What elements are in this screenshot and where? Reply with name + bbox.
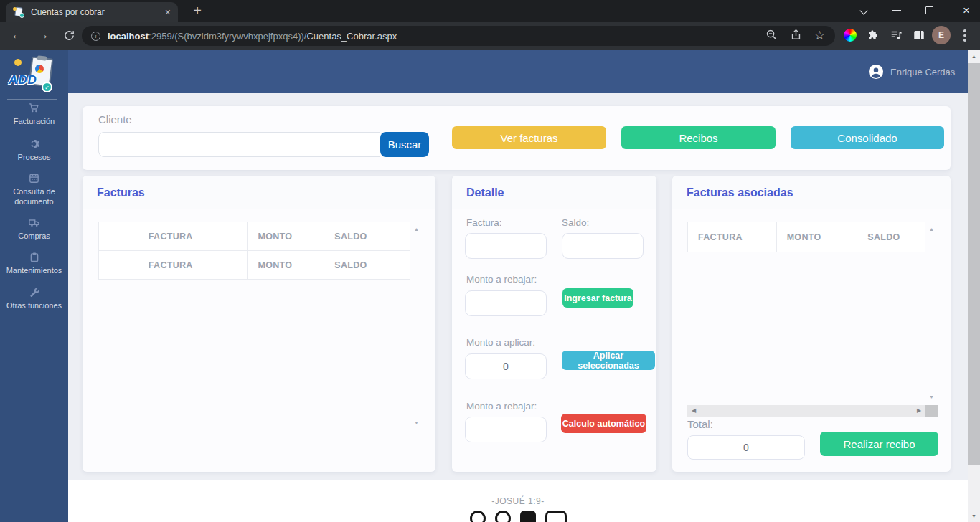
- scroll-up-icon[interactable]: ▲: [925, 224, 938, 234]
- playlist-icon[interactable]: [890, 29, 903, 44]
- social-square-icon[interactable]: [520, 511, 536, 522]
- facturas-panel: Facturas FACTURA MONTO SALDO FACTURA MON…: [83, 176, 435, 472]
- browser-tabstrip: Cuentas por cobrar × + ×: [0, 0, 980, 22]
- scroll-right-icon[interactable]: ▶: [914, 405, 924, 417]
- monto-rebajar-label: Monto a rebajar:: [466, 274, 537, 285]
- aplicar-seleccionadas-button[interactable]: Aplicar seleccionadas: [562, 351, 655, 370]
- saldo-input[interactable]: [562, 233, 644, 259]
- table-row[interactable]: FACTURA MONTO SALDO: [99, 222, 410, 251]
- clipboard-icon: [29, 251, 40, 263]
- window-maximize-button[interactable]: [925, 6, 933, 14]
- facturas-asociadas-title: Facturas asociadas: [672, 186, 793, 199]
- asociadas-vertical-scrollbar[interactable]: ▲ ▼: [925, 222, 938, 405]
- user-menu[interactable]: Enrique Cerdas: [868, 64, 955, 80]
- facturas-asociadas-panel: Facturas asociadas FACTURA MONTO SALDO ▲…: [672, 176, 951, 472]
- facturas-vertical-scrollbar[interactable]: ▲ ▼: [410, 222, 423, 431]
- ver-facturas-button[interactable]: Ver facturas: [452, 126, 606, 149]
- asociadas-horizontal-scrollbar[interactable]: ◀ ▶: [687, 405, 925, 417]
- sidebar-item-otras-funciones[interactable]: Otras funciones: [0, 287, 68, 310]
- bookmark-star-icon[interactable]: ☆: [814, 30, 825, 42]
- facturas-title: Facturas: [83, 186, 145, 199]
- asociadas-table: FACTURA MONTO SALDO: [687, 222, 925, 252]
- calculo-automatico-button[interactable]: Calculo automático: [561, 414, 646, 433]
- monto-rebajar-input[interactable]: [465, 290, 547, 316]
- sidebar: ADD ✓ Facturación Procesos Consulta de d…: [0, 50, 68, 522]
- browser-toolbar: ← → i localhost:2959/(S(bvzldm3fyrywvhxp…: [0, 22, 980, 50]
- scroll-down-icon[interactable]: ▼: [410, 418, 423, 428]
- window-minimize-button[interactable]: [892, 10, 901, 11]
- browser-menu-icon[interactable]: [963, 29, 966, 44]
- url-text: localhost:2959/(S(bvzldm3fyrywvhxpejfpxq…: [108, 31, 758, 42]
- logo-clock-icon: ✓: [42, 82, 52, 92]
- sidebar-item-procesos[interactable]: Procesos: [0, 138, 68, 162]
- truck-icon: [28, 217, 41, 229]
- realizar-recibo-button[interactable]: Realizar recibo: [820, 432, 938, 456]
- sidebar-item-compras[interactable]: Compras: [0, 217, 68, 241]
- factura-label: Factura:: [466, 217, 502, 228]
- main-content: Cliente Buscar Ver facturas Recibos Cons…: [68, 93, 968, 522]
- buscar-button[interactable]: Buscar: [380, 132, 429, 157]
- browser-tab[interactable]: Cuentas por cobrar ×: [6, 2, 178, 22]
- logo-text: ADD: [9, 73, 37, 87]
- monto-rebajar2-input[interactable]: [465, 417, 547, 442]
- extension-colorwheel-icon[interactable]: [844, 29, 857, 42]
- window-chevron-icon[interactable]: [860, 8, 869, 14]
- scroll-up-icon[interactable]: ▲: [410, 224, 423, 234]
- facturas-table: FACTURA MONTO SALDO FACTURA MONTO SALDO: [98, 222, 410, 280]
- sidebar-item-facturacion[interactable]: Facturación: [0, 102, 68, 126]
- scroll-left-icon[interactable]: ◀: [689, 405, 699, 417]
- window-close-button[interactable]: ×: [957, 1, 976, 20]
- monto-aplicar-label: Monto a aplicar:: [466, 337, 535, 348]
- social-circle-icon-1[interactable]: [470, 511, 486, 522]
- scroll-up-icon[interactable]: ▲: [968, 50, 980, 62]
- site-favicon-icon: [13, 6, 24, 18]
- recibos-button[interactable]: Recibos: [621, 126, 776, 149]
- back-button[interactable]: ←: [9, 28, 26, 42]
- extensions-puzzle-icon[interactable]: [867, 29, 880, 44]
- asociadas-table-area: FACTURA MONTO SALDO ▲ ▼: [687, 222, 938, 405]
- scroll-down-icon[interactable]: ▼: [925, 392, 938, 402]
- sidebar-item-mantenimientos[interactable]: Mantenimientos: [0, 251, 68, 275]
- cliente-label: Cliente: [98, 113, 132, 125]
- saldo-label: Saldo:: [562, 217, 589, 228]
- address-bar[interactable]: i localhost:2959/(S(bvzldm3fyrywvhxpejfp…: [82, 26, 835, 46]
- social-circle-icon-2[interactable]: [495, 511, 511, 522]
- consolidado-button[interactable]: Consolidado: [791, 126, 944, 149]
- new-tab-button[interactable]: +: [188, 1, 207, 20]
- sidebar-divider: [7, 99, 57, 100]
- app-logo[interactable]: ADD ✓: [9, 56, 59, 95]
- user-icon: [868, 64, 884, 80]
- scrollbar-thumb[interactable]: [968, 63, 980, 465]
- page-scrollbar[interactable]: ▲ ▼: [968, 50, 980, 522]
- social-links: [68, 511, 968, 522]
- app-header: Enrique Cerdas: [0, 50, 968, 93]
- monto-rebajar2-label: Monto a rebajar:: [466, 401, 537, 412]
- calendar-icon: [28, 172, 40, 184]
- cliente-input[interactable]: [98, 132, 380, 157]
- header-divider: [854, 59, 854, 85]
- total-input[interactable]: [687, 435, 805, 460]
- wrench-icon: [29, 287, 40, 298]
- detalle-panel: Detalle Factura: Saldo: Monto a rebajar:…: [452, 176, 656, 472]
- gear-icon: [28, 138, 40, 150]
- ingresar-factura-button[interactable]: Ingresar factura: [562, 288, 633, 308]
- scrollbar-corner: [925, 405, 938, 417]
- facturas-table-area: FACTURA MONTO SALDO FACTURA MONTO SALDO …: [98, 222, 423, 431]
- zoom-out-icon[interactable]: [765, 29, 778, 44]
- site-info-icon[interactable]: i: [91, 32, 100, 41]
- social-rect-icon[interactable]: [545, 511, 567, 522]
- reload-icon[interactable]: [60, 29, 77, 45]
- cart-icon: [28, 102, 40, 114]
- browser-profile-avatar[interactable]: E: [932, 26, 951, 44]
- forward-button[interactable]: →: [34, 28, 52, 42]
- scroll-down-icon[interactable]: ▼: [968, 510, 980, 522]
- tab-close-icon[interactable]: ×: [165, 6, 171, 18]
- table-row[interactable]: FACTURA MONTO SALDO: [688, 222, 925, 252]
- detalle-title: Detalle: [452, 186, 504, 199]
- factura-input[interactable]: [465, 233, 547, 259]
- sidebar-item-consulta-de-documento[interactable]: Consulta de documento: [0, 172, 68, 207]
- monto-aplicar-input[interactable]: [465, 353, 547, 379]
- side-panel-icon[interactable]: [913, 29, 925, 44]
- table-row[interactable]: FACTURA MONTO SALDO: [99, 251, 410, 280]
- share-icon[interactable]: [790, 29, 802, 44]
